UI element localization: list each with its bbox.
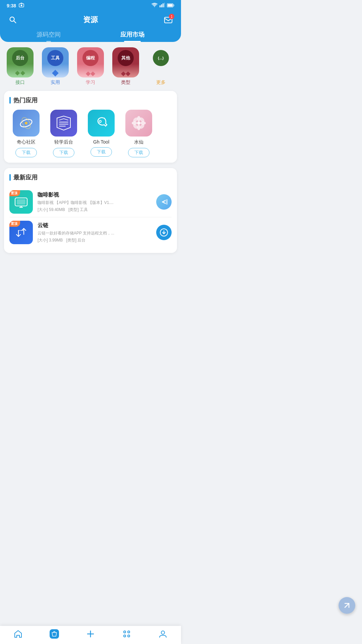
category-others[interactable]: 其他 类型: [109, 47, 142, 86]
download-narcissus-button[interactable]: 下载: [128, 148, 149, 157]
hot-apps-list: 奇心社区 下载 轻学后台 下载: [9, 110, 172, 157]
latest-app-yunlian[interactable]: 置顶 云链 云链一款好看的存储APP 支持远程文档，... [大小] 3.99M…: [9, 217, 172, 248]
mail-badge: 1: [169, 14, 174, 19]
header: 资源 1 源码空间 应用市场: [0, 10, 181, 42]
tab-source[interactable]: 源码空间: [7, 31, 90, 42]
tab-market[interactable]: 应用市场: [90, 31, 174, 42]
svg-rect-2: [160, 5, 161, 7]
category-tools[interactable]: 工具 实用: [39, 47, 72, 86]
status-bar: 9:38: [0, 0, 181, 10]
category-more[interactable]: {...} 更多: [144, 47, 177, 86]
header-tabs: 源码空间 应用市场: [7, 31, 174, 42]
svg-rect-5: [164, 3, 165, 7]
svg-point-13: [99, 120, 101, 122]
photo-icon: [19, 3, 24, 8]
kafei-meta: [大小] 59.40MB [类型] 工具: [38, 207, 152, 213]
svg-rect-4: [163, 3, 164, 7]
hot-app-study7[interactable]: 轻学后台 下载: [47, 110, 80, 157]
main-content: 后台 接口 工具 实用: [0, 42, 181, 264]
yunlian-meta: [大小] 3.99MB [类型] 后台: [38, 237, 152, 243]
svg-point-1: [21, 5, 22, 6]
hot-app-qixin[interactable]: 奇心社区 下载: [9, 110, 43, 157]
latest-app-kafei[interactable]: 置顶 咖啡影视 咖啡影视 【APP】咖啡影视 【版本】V1.... [大小] 5…: [9, 187, 172, 217]
download-study7-button[interactable]: 下载: [53, 148, 74, 157]
category-row: 后台 接口 工具 实用: [4, 47, 177, 86]
latest-apps-section: 最新应用 置顶 咖啡影视 咖啡影视 【APP】咖啡影视 【版本】V1.... […: [4, 168, 177, 253]
yunlian-download-button[interactable]: [156, 225, 172, 240]
svg-point-14: [137, 121, 140, 125]
yunlian-desc: 云链一款好看的存储APP 支持远程文档，...: [38, 230, 118, 236]
kafei-name: 咖啡影视: [38, 192, 152, 199]
hot-app-ghtool[interactable]: Gh Tool 下载: [84, 110, 118, 157]
wifi-icon: [152, 3, 158, 8]
kafei-switch-button[interactable]: [156, 194, 172, 210]
hot-app-narcissus[interactable]: 水仙 下载: [122, 110, 156, 157]
svg-rect-7: [168, 4, 173, 7]
svg-point-11: [25, 122, 27, 124]
category-code[interactable]: 编程 学习: [74, 47, 107, 86]
latest-apps-title: 最新应用: [13, 173, 38, 181]
signal-icon: [160, 3, 165, 8]
download-qixin-button[interactable]: 下载: [15, 148, 37, 157]
svg-rect-3: [161, 4, 162, 7]
kafei-desc: 咖啡影视 【APP】咖啡影视 【版本】V1....: [38, 200, 118, 206]
page-title: 资源: [19, 15, 162, 25]
category-api[interactable]: 后台 接口: [4, 47, 37, 86]
status-time: 9:38: [7, 3, 16, 8]
download-ghtool-button[interactable]: 下载: [90, 147, 112, 157]
hot-apps-title: 热门应用: [13, 96, 38, 104]
search-button[interactable]: [7, 14, 19, 26]
battery-icon: [167, 3, 174, 8]
svg-rect-24: [17, 199, 25, 205]
yunlian-name: 云链: [38, 222, 152, 229]
mail-button[interactable]: 1: [162, 14, 174, 26]
hot-apps-section: 热门应用 奇心社区 下载: [4, 91, 177, 163]
top-badge-kafei: 置顶: [9, 190, 20, 196]
top-badge-yunlian: 置顶: [9, 221, 20, 227]
